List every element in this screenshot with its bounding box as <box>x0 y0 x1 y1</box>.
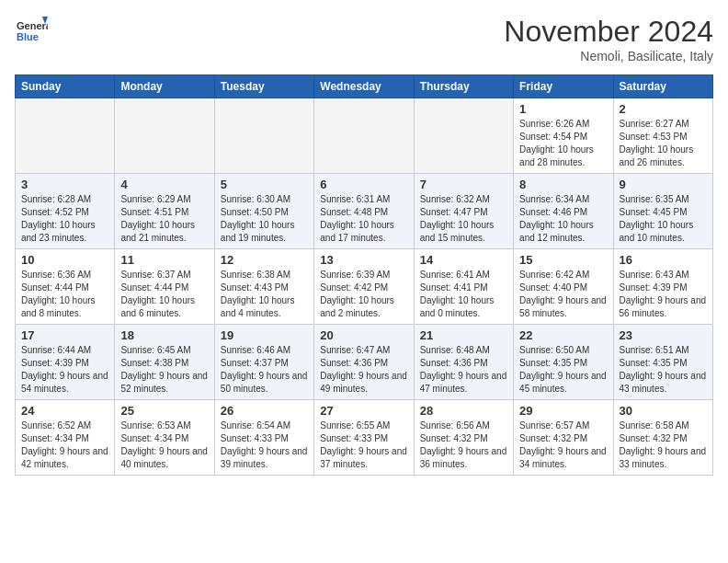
day-detail: Sunrise: 6:51 AM Sunset: 4:35 PM Dayligh… <box>620 344 707 396</box>
day-number: 12 <box>221 253 308 267</box>
day-detail: Sunrise: 6:30 AM Sunset: 4:50 PM Dayligh… <box>221 193 308 245</box>
logo: General Blue <box>15 15 48 48</box>
day-number: 8 <box>519 178 607 191</box>
calendar-cell-w5-d1: 24Sunrise: 6:52 AM Sunset: 4:34 PM Dayli… <box>16 400 115 476</box>
calendar-cell-w4-d7: 23Sunrise: 6:51 AM Sunset: 4:35 PM Dayli… <box>613 325 712 400</box>
calendar-cell-w3-d2: 11Sunrise: 6:37 AM Sunset: 4:44 PM Dayli… <box>115 249 214 325</box>
day-detail: Sunrise: 6:45 AM Sunset: 4:38 PM Dayligh… <box>120 344 208 396</box>
calendar-cell-w3-d7: 16Sunrise: 6:43 AM Sunset: 4:39 PM Dayli… <box>613 249 712 325</box>
day-number: 22 <box>519 328 607 342</box>
day-number: 6 <box>320 178 407 191</box>
calendar-cell-w1-d2 <box>115 98 214 174</box>
day-detail: Sunrise: 6:57 AM Sunset: 4:32 PM Dayligh… <box>519 419 607 471</box>
day-detail: Sunrise: 6:29 AM Sunset: 4:51 PM Dayligh… <box>120 193 208 245</box>
calendar-cell-w2-d5: 7Sunrise: 6:32 AM Sunset: 4:47 PM Daylig… <box>414 174 513 249</box>
calendar-cell-w5-d3: 26Sunrise: 6:54 AM Sunset: 4:33 PM Dayli… <box>214 400 313 476</box>
calendar-cell-w3-d3: 12Sunrise: 6:38 AM Sunset: 4:43 PM Dayli… <box>214 249 313 325</box>
day-detail: Sunrise: 6:36 AM Sunset: 4:44 PM Dayligh… <box>21 269 108 320</box>
day-detail: Sunrise: 6:32 AM Sunset: 4:47 PM Dayligh… <box>420 193 507 245</box>
calendar-cell-w3-d1: 10Sunrise: 6:36 AM Sunset: 4:44 PM Dayli… <box>16 249 115 325</box>
day-detail: Sunrise: 6:56 AM Sunset: 4:32 PM Dayligh… <box>420 419 507 471</box>
calendar-cell-w1-d3 <box>214 98 313 174</box>
col-friday: Friday <box>514 75 613 98</box>
day-number: 7 <box>420 178 507 191</box>
col-tuesday: Tuesday <box>214 75 313 98</box>
day-number: 14 <box>420 253 507 267</box>
day-detail: Sunrise: 6:50 AM Sunset: 4:35 PM Dayligh… <box>519 344 607 396</box>
day-detail: Sunrise: 6:42 AM Sunset: 4:40 PM Dayligh… <box>519 269 607 320</box>
day-number: 10 <box>21 253 108 267</box>
calendar-cell-w5-d4: 27Sunrise: 6:55 AM Sunset: 4:33 PM Dayli… <box>314 400 414 476</box>
col-saturday: Saturday <box>613 75 712 98</box>
day-number: 20 <box>320 328 407 342</box>
col-thursday: Thursday <box>414 75 513 98</box>
calendar-cell-w5-d5: 28Sunrise: 6:56 AM Sunset: 4:32 PM Dayli… <box>414 400 513 476</box>
calendar-cell-w4-d1: 17Sunrise: 6:44 AM Sunset: 4:39 PM Dayli… <box>16 325 115 400</box>
day-detail: Sunrise: 6:27 AM Sunset: 4:53 PM Dayligh… <box>620 118 707 169</box>
logo-svg: General Blue <box>15 15 48 48</box>
month-title: November 2024 <box>504 15 713 49</box>
day-detail: Sunrise: 6:43 AM Sunset: 4:39 PM Dayligh… <box>620 269 707 320</box>
calendar-cell-w2-d2: 4Sunrise: 6:29 AM Sunset: 4:51 PM Daylig… <box>115 174 214 249</box>
day-number: 3 <box>21 178 108 191</box>
day-number: 19 <box>221 328 308 342</box>
day-number: 11 <box>120 253 208 267</box>
day-detail: Sunrise: 6:54 AM Sunset: 4:33 PM Dayligh… <box>221 419 308 471</box>
page-header: General Blue November 2024 Nemoli, Basil… <box>15 15 713 63</box>
day-number: 9 <box>620 178 707 191</box>
calendar-cell-w2-d7: 9Sunrise: 6:35 AM Sunset: 4:45 PM Daylig… <box>613 174 712 249</box>
location: Nemoli, Basilicate, Italy <box>504 49 713 63</box>
col-wednesday: Wednesday <box>314 75 414 98</box>
day-number: 17 <box>21 328 108 342</box>
calendar-cell-w4-d4: 20Sunrise: 6:47 AM Sunset: 4:36 PM Dayli… <box>314 325 414 400</box>
day-detail: Sunrise: 6:37 AM Sunset: 4:44 PM Dayligh… <box>120 269 208 320</box>
day-number: 29 <box>519 404 607 418</box>
day-number: 25 <box>120 404 208 418</box>
calendar-cell-w1-d5 <box>414 98 513 174</box>
calendar-week-1: 1Sunrise: 6:26 AM Sunset: 4:54 PM Daylig… <box>16 98 713 174</box>
day-detail: Sunrise: 6:31 AM Sunset: 4:48 PM Dayligh… <box>320 193 407 245</box>
day-detail: Sunrise: 6:53 AM Sunset: 4:34 PM Dayligh… <box>120 419 208 471</box>
day-number: 26 <box>221 404 308 418</box>
calendar-cell-w4-d2: 18Sunrise: 6:45 AM Sunset: 4:38 PM Dayli… <box>115 325 214 400</box>
day-number: 5 <box>221 178 308 191</box>
day-detail: Sunrise: 6:35 AM Sunset: 4:45 PM Dayligh… <box>620 193 707 245</box>
day-detail: Sunrise: 6:58 AM Sunset: 4:32 PM Dayligh… <box>620 419 707 471</box>
day-detail: Sunrise: 6:46 AM Sunset: 4:37 PM Dayligh… <box>221 344 308 396</box>
day-number: 23 <box>620 328 707 342</box>
day-number: 1 <box>519 102 607 116</box>
calendar-header-row: Sunday Monday Tuesday Wednesday Thursday… <box>16 75 713 98</box>
day-detail: Sunrise: 6:34 AM Sunset: 4:46 PM Dayligh… <box>519 193 607 245</box>
title-block: November 2024 Nemoli, Basilicate, Italy <box>504 15 713 63</box>
day-number: 13 <box>320 253 407 267</box>
day-detail: Sunrise: 6:28 AM Sunset: 4:52 PM Dayligh… <box>21 193 108 245</box>
col-monday: Monday <box>115 75 214 98</box>
day-detail: Sunrise: 6:48 AM Sunset: 4:36 PM Dayligh… <box>420 344 507 396</box>
calendar-cell-w2-d1: 3Sunrise: 6:28 AM Sunset: 4:52 PM Daylig… <box>16 174 115 249</box>
calendar-cell-w3-d4: 13Sunrise: 6:39 AM Sunset: 4:42 PM Dayli… <box>314 249 414 325</box>
day-detail: Sunrise: 6:47 AM Sunset: 4:36 PM Dayligh… <box>320 344 407 396</box>
calendar-cell-w5-d6: 29Sunrise: 6:57 AM Sunset: 4:32 PM Dayli… <box>514 400 613 476</box>
day-number: 27 <box>320 404 407 418</box>
calendar-cell-w5-d2: 25Sunrise: 6:53 AM Sunset: 4:34 PM Dayli… <box>115 400 214 476</box>
calendar-week-5: 24Sunrise: 6:52 AM Sunset: 4:34 PM Dayli… <box>16 400 713 476</box>
calendar-table: Sunday Monday Tuesday Wednesday Thursday… <box>15 75 713 476</box>
day-number: 28 <box>420 404 507 418</box>
day-detail: Sunrise: 6:44 AM Sunset: 4:39 PM Dayligh… <box>21 344 108 396</box>
calendar-cell-w2-d4: 6Sunrise: 6:31 AM Sunset: 4:48 PM Daylig… <box>314 174 414 249</box>
day-number: 4 <box>120 178 208 191</box>
calendar-cell-w3-d5: 14Sunrise: 6:41 AM Sunset: 4:41 PM Dayli… <box>414 249 513 325</box>
svg-text:General: General <box>17 20 48 31</box>
day-number: 21 <box>420 328 507 342</box>
day-number: 30 <box>620 404 707 418</box>
calendar-week-3: 10Sunrise: 6:36 AM Sunset: 4:44 PM Dayli… <box>16 249 713 325</box>
day-number: 18 <box>120 328 208 342</box>
calendar-cell-w1-d7: 2Sunrise: 6:27 AM Sunset: 4:53 PM Daylig… <box>613 98 712 174</box>
day-detail: Sunrise: 6:39 AM Sunset: 4:42 PM Dayligh… <box>320 269 407 320</box>
calendar-cell-w1-d6: 1Sunrise: 6:26 AM Sunset: 4:54 PM Daylig… <box>514 98 613 174</box>
calendar-week-2: 3Sunrise: 6:28 AM Sunset: 4:52 PM Daylig… <box>16 174 713 249</box>
calendar-cell-w4-d5: 21Sunrise: 6:48 AM Sunset: 4:36 PM Dayli… <box>414 325 513 400</box>
calendar-cell-w5-d7: 30Sunrise: 6:58 AM Sunset: 4:32 PM Dayli… <box>613 400 712 476</box>
calendar-cell-w1-d4 <box>314 98 414 174</box>
day-number: 15 <box>519 253 607 267</box>
